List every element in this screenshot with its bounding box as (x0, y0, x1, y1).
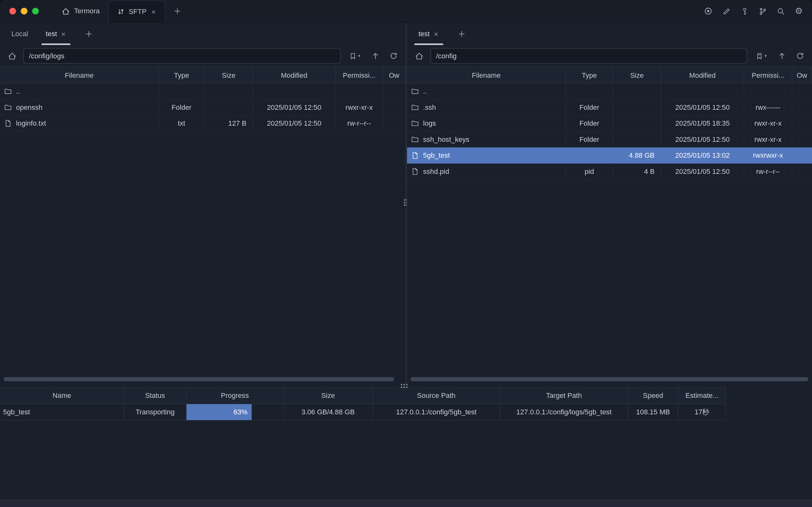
right-path-input[interactable] (430, 48, 747, 64)
tab-test-left[interactable]: test × (42, 23, 70, 45)
column-header-permissi[interactable]: Permissi... (744, 67, 792, 83)
left-toolbar: ▾ (0, 45, 405, 67)
minimize-window-button[interactable] (21, 8, 27, 14)
local-pane: Local test × ▾ (0, 23, 405, 384)
file-row[interactable]: .. (407, 83, 812, 100)
column-header-source-path[interactable]: Source Path (373, 387, 500, 404)
key-icon[interactable] (739, 6, 750, 16)
refresh-icon[interactable] (793, 49, 807, 62)
file-row[interactable]: loginfo.txttxt127 B2025/01/05 12:50rw-r-… (0, 115, 405, 132)
home-icon[interactable] (5, 49, 18, 62)
column-header-estimate[interactable]: Estimate... (679, 387, 726, 404)
column-header-filename[interactable]: Filename (407, 67, 566, 83)
close-tab-icon[interactable]: × (433, 30, 439, 38)
close-window-button[interactable] (9, 8, 16, 14)
tab-test-right[interactable]: test × (414, 23, 443, 45)
close-tab-icon[interactable]: × (151, 8, 157, 15)
type-cell (159, 83, 205, 99)
settings-gear-icon[interactable]: ⚙ (794, 6, 804, 16)
permissions-cell: rw-r--r-- (744, 163, 792, 179)
home-icon[interactable] (412, 49, 426, 62)
bookmark-icon[interactable]: ▾ (752, 49, 771, 62)
filename-cell: logs (407, 115, 566, 131)
size-cell (613, 83, 661, 99)
file-row[interactable]: .. (0, 83, 405, 100)
column-header-filename[interactable]: Filename (0, 67, 159, 83)
column-header-name[interactable]: Name (0, 387, 124, 404)
tab-local[interactable]: Local (7, 23, 33, 45)
size-cell (613, 131, 661, 147)
remote-pane: test × ▾ (407, 23, 812, 384)
zoom-window-button[interactable] (32, 8, 39, 14)
column-header-permissi[interactable]: Permissi... (335, 67, 383, 83)
folder-icon (411, 87, 419, 95)
file-row[interactable]: opensshFolder2025/01/05 12:50rwxr-xr-x (0, 99, 405, 115)
column-header-modified[interactable]: Modified (253, 67, 335, 83)
file-row[interactable]: sshd.pidpid4 B2025/01/05 12:50rw-r--r-- (407, 163, 812, 180)
tab-test-label: test (418, 30, 430, 38)
bookmark-icon[interactable]: ▾ (345, 49, 364, 62)
column-header-ow[interactable]: Ow (383, 67, 405, 83)
progress-bar-fill: 63% (186, 404, 252, 420)
new-tab-button[interactable] (171, 5, 183, 17)
column-header-speed[interactable]: Speed (628, 387, 679, 404)
type-cell: Folder (566, 99, 613, 115)
filename-cell: .. (407, 83, 566, 99)
column-header-size[interactable]: Size (205, 67, 253, 83)
column-header-target-path[interactable]: Target Path (500, 387, 628, 404)
tab-test-label: test (46, 30, 57, 38)
filename-text: .ssh (423, 103, 436, 111)
horizontal-scrollbar[interactable] (411, 377, 809, 382)
folder-icon (4, 87, 12, 95)
remote-file-table: FilenameTypeSizeModifiedPermissi...Ow...… (407, 67, 812, 179)
type-cell (566, 148, 613, 163)
progress-label: 63% (233, 408, 247, 416)
add-pane-tab-button[interactable] (83, 28, 95, 40)
filename-text: logs (423, 119, 436, 127)
tab-termora[interactable]: Termora (53, 0, 108, 22)
column-header-progress[interactable]: Progress (186, 387, 284, 404)
file-row[interactable]: logsFolder2025/01/05 18:35rwxr-xr-x (407, 115, 812, 132)
tab-local-label: Local (11, 30, 28, 38)
size-cell: 4.88 GB (613, 148, 661, 163)
column-header-size[interactable]: Size (284, 387, 373, 404)
folder-icon (411, 135, 419, 143)
owner-cell (792, 148, 812, 163)
column-header-ow[interactable]: Ow (792, 67, 812, 83)
transfer-splitter[interactable] (0, 384, 812, 387)
search-icon[interactable] (775, 6, 786, 16)
type-cell: pid (566, 163, 613, 179)
column-header-type[interactable]: Type (566, 67, 613, 83)
file-row[interactable]: ssh_host_keysFolder2025/01/05 12:50rwxr-… (407, 131, 812, 148)
modified-cell: 2025/01/05 12:50 (661, 99, 744, 115)
file-row[interactable]: .sshFolder2025/01/05 12:50rwx------ (407, 99, 812, 115)
column-header-status[interactable]: Status (124, 387, 187, 404)
add-pane-tab-button[interactable] (455, 28, 468, 40)
scrollbar-thumb[interactable] (3, 377, 394, 381)
edit-icon[interactable] (721, 6, 732, 16)
scrollbar-thumb[interactable] (411, 377, 809, 381)
transfer-row[interactable]: 5gb_testTransporting63%3.06 GB/4.88 GB12… (0, 404, 726, 420)
git-branch-icon[interactable] (757, 6, 768, 16)
tab-sftp[interactable]: SFTP × (108, 1, 165, 22)
parent-directory-icon[interactable] (775, 49, 789, 62)
transfer-progress-cell: 63% (186, 404, 284, 420)
column-header-type[interactable]: Type (159, 67, 205, 83)
size-cell (205, 83, 253, 99)
close-tab-icon[interactable]: × (61, 30, 66, 38)
folder-icon (4, 103, 12, 111)
record-icon[interactable] (702, 6, 713, 16)
file-row[interactable]: 5gb_test4.88 GB2025/01/05 13:02rwxrwxr-x (407, 148, 812, 164)
column-header-modified[interactable]: Modified (661, 67, 744, 83)
refresh-icon[interactable] (387, 49, 400, 62)
column-header-size[interactable]: Size (613, 67, 661, 83)
horizontal-scrollbar[interactable] (3, 377, 402, 382)
parent-directory-icon[interactable] (369, 49, 382, 62)
permissions-cell: rwx------ (744, 99, 792, 115)
modified-cell: 2025/01/05 12:50 (661, 163, 744, 179)
modified-cell: 2025/01/05 18:35 (661, 115, 744, 131)
modified-cell: 2025/01/05 12:50 (253, 115, 335, 131)
transfer-table: NameStatusProgressSizeSource PathTarget … (0, 387, 812, 421)
left-path-input[interactable] (23, 48, 341, 64)
filename-text: sshd.pid (423, 167, 449, 175)
